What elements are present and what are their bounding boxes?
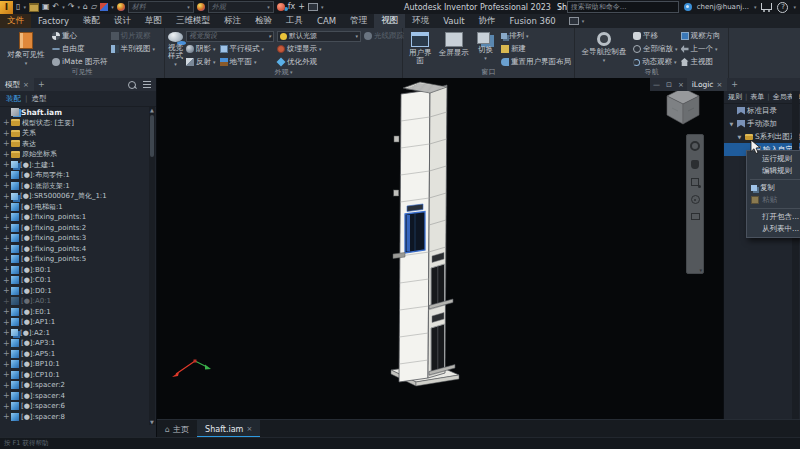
- tree-item[interactable]: +[●]:C0:1: [0, 275, 149, 286]
- panel-float-icon[interactable]: ⊡: [663, 81, 675, 89]
- tree-item[interactable]: Shaft.iam: [0, 107, 149, 118]
- expand-icon[interactable]: +: [3, 391, 9, 400]
- expand-icon[interactable]: +: [3, 244, 9, 253]
- hamburger-menu-icon[interactable]: [143, 81, 151, 88]
- big-button-全导航控制盘[interactable]: 全导航控制盘▾: [578, 30, 630, 68]
- ribbon-display-caret-icon[interactable]: ▾: [582, 16, 585, 26]
- open-folder-icon[interactable]: [29, 3, 39, 12]
- tab-modeling[interactable]: 造型: [32, 94, 47, 104]
- ribbon-tab-协作[interactable]: 协作: [472, 14, 503, 28]
- expand-icon[interactable]: +: [3, 171, 9, 180]
- rule-tree-item[interactable]: 标准目录: [724, 104, 800, 117]
- button-排列[interactable]: 排列▾: [501, 31, 529, 41]
- button-全部缩放[interactable]: 全部缩放▾: [633, 44, 678, 54]
- menu-item-复制[interactable]: 复制: [747, 182, 800, 194]
- expand-icon[interactable]: +: [3, 381, 9, 390]
- button-重置用户界面布局[interactable]: 重置用户界面布局: [501, 57, 571, 67]
- tree-item[interactable]: +[●]:AP3:1: [0, 338, 149, 349]
- button-动态观察[interactable]: 动态观察▾: [633, 57, 677, 67]
- tree-item[interactable]: +[●]:BP10:1: [0, 359, 149, 370]
- help-icon[interactable]: ?: [777, 2, 788, 13]
- help-search-input[interactable]: 搜索帮助和命令...: [567, 1, 679, 13]
- button-优化外观[interactable]: 优化外观: [277, 57, 317, 67]
- button-重心[interactable]: 重心: [52, 31, 77, 41]
- tree-item[interactable]: +[●]:fixing_points:1: [0, 212, 149, 223]
- tree-item[interactable]: +[●]:spacer:8: [0, 412, 149, 423]
- ribbon-tab-标注[interactable]: 标注: [217, 14, 248, 28]
- tree-item[interactable]: +[●]:布局零件:1: [0, 170, 149, 181]
- tree-item[interactable]: +[●]:SR5000067_简化_1:1: [0, 191, 149, 202]
- button-主视图[interactable]: 主视图: [681, 57, 714, 67]
- panel-minimize-icon[interactable]: —: [650, 81, 663, 89]
- button-iMate 图示符[interactable]: iMate 图示符: [52, 57, 108, 67]
- ribbon-tab-管理[interactable]: 管理: [343, 14, 374, 28]
- doc-tab-主页[interactable]: ⌂主页: [157, 420, 197, 438]
- expand-icon[interactable]: +: [3, 160, 9, 169]
- big-button-全屏显示[interactable]: 全屏显示: [438, 30, 470, 68]
- close-icon[interactable]: ×: [246, 425, 252, 433]
- tree-item[interactable]: +[●]:CP10:1: [0, 370, 149, 381]
- expand-icon[interactable]: +: [3, 213, 9, 222]
- help-caret-icon[interactable]: ▾: [793, 2, 796, 12]
- add-tab-button[interactable]: +: [34, 80, 49, 89]
- appearance-combo[interactable]: 外观▾: [208, 1, 274, 13]
- expand-icon[interactable]: +: [3, 307, 9, 316]
- button-新建[interactable]: 新建: [501, 44, 526, 54]
- button-纹理显示[interactable]: 纹理显示▾: [277, 44, 322, 54]
- screen-share-icon[interactable]: [569, 17, 579, 25]
- expand-icon[interactable]: +: [3, 265, 9, 274]
- combo-视觉预设[interactable]: 视觉预设▾: [186, 31, 274, 42]
- ribbon-tab-文件[interactable]: 文件: [0, 14, 31, 28]
- button-半剖视图[interactable]: 半剖视图▾: [111, 44, 156, 54]
- expand-icon[interactable]: +: [3, 192, 9, 201]
- expand-icon[interactable]: +: [3, 118, 9, 127]
- button-平行模式[interactable]: 平行模式▾: [220, 44, 265, 54]
- scroll-up-icon[interactable]: ▲: [149, 107, 155, 113]
- tree-item[interactable]: +[●]:fixing_points:2: [0, 223, 149, 234]
- expand-icon[interactable]: +: [3, 129, 9, 138]
- tree-item[interactable]: +原始坐标系: [0, 149, 149, 160]
- big-button-用户界面[interactable]: 用户界面: [406, 30, 435, 68]
- expand-icon[interactable]: +: [3, 223, 9, 232]
- adjust-spheres-icon[interactable]: [277, 3, 285, 11]
- expand-icon[interactable]: +: [3, 297, 9, 306]
- add-tab-button[interactable]: +: [727, 80, 742, 89]
- ribbon-tab-视图[interactable]: 视图: [374, 14, 405, 28]
- expand-icon[interactable]: +: [3, 286, 9, 295]
- ilogic-tab-表单[interactable]: 表单: [750, 92, 764, 102]
- tree-item[interactable]: +[●]:B0:1: [0, 265, 149, 276]
- ilogic-scrollbar[interactable]: [792, 91, 799, 419]
- plus-icon[interactable]: +: [298, 2, 305, 12]
- tree-item[interactable]: +关系: [0, 128, 149, 139]
- expand-icon[interactable]: +: [3, 328, 9, 337]
- ribbon-tab-检验[interactable]: 检验: [248, 14, 279, 28]
- tree-item[interactable]: +[●]:A2:1: [0, 328, 149, 339]
- appearance-sphere-icon[interactable]: [197, 3, 205, 11]
- menu-item-打开包含...[interactable]: 打开包含...: [747, 211, 800, 223]
- caret-icon[interactable]: ▾: [111, 2, 114, 12]
- expand-icon[interactable]: +: [3, 360, 9, 369]
- tree-item[interactable]: +[●]:AP1:1: [0, 317, 149, 328]
- navigation-bar[interactable]: ▾: [686, 134, 704, 274]
- undo-icon[interactable]: ↶: [52, 2, 59, 12]
- viewport-3d[interactable]: ▾: [157, 78, 723, 419]
- button-自由度[interactable]: 自由度: [52, 44, 85, 54]
- redo-icon[interactable]: ↷: [68, 2, 75, 12]
- doc-tab-Shaft.iam[interactable]: Shaft.iam×: [197, 420, 260, 438]
- big-button-视觉样式[interactable]: 视觉样式▾: [168, 30, 183, 68]
- big-button-切换[interactable]: 切换▾: [473, 30, 498, 68]
- menu-item-编辑规则[interactable]: 编辑规则: [747, 165, 800, 177]
- panel-close-icon[interactable]: ×: [675, 81, 687, 89]
- rule-tree-item[interactable]: ▼S系列出图系统: [724, 130, 800, 143]
- ribbon-tab-装配[interactable]: 装配: [76, 14, 107, 28]
- shaft-model[interactable]: [157, 78, 723, 419]
- look-at-icon[interactable]: [691, 213, 700, 220]
- tab-model[interactable]: 模型 ×: [0, 78, 34, 91]
- tab-assembly[interactable]: 装配: [6, 94, 21, 104]
- new-file-icon[interactable]: ▯: [16, 2, 20, 12]
- tree-item[interactable]: +[●]:土建:1: [0, 160, 149, 171]
- collapse-icon[interactable]: ▼: [728, 121, 735, 127]
- tree-item[interactable]: +[●]:AP5:1: [0, 349, 149, 360]
- browser-scrollbar[interactable]: ▲ ▼: [149, 107, 155, 425]
- search-icon[interactable]: [128, 81, 136, 89]
